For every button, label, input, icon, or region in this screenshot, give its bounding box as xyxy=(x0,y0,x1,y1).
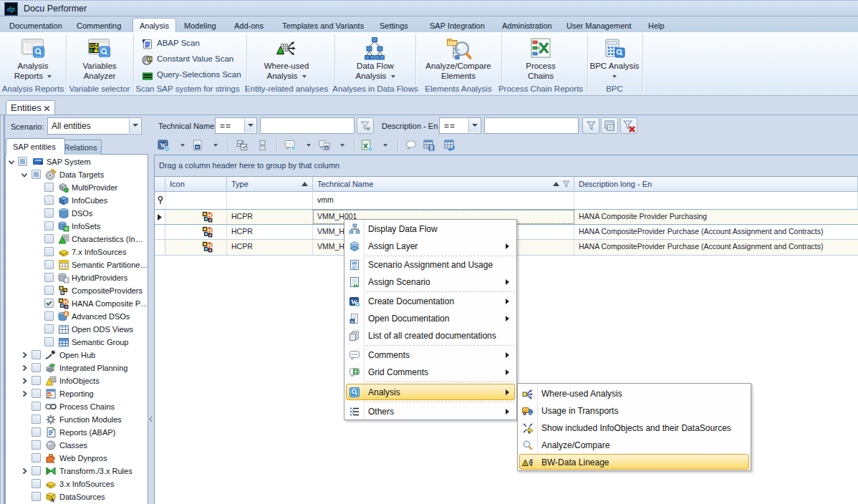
svg-text:w: w xyxy=(196,144,199,149)
svg-text:H: H xyxy=(207,242,211,249)
svg-text:H: H xyxy=(207,212,211,219)
svg-text:dp: dp xyxy=(7,6,15,13)
svg-text:w: w xyxy=(351,319,355,324)
svg-text:A: A xyxy=(64,311,69,317)
svg-text:H: H xyxy=(207,227,211,234)
svg-text:w: w xyxy=(325,145,328,150)
svg-text:1: 1 xyxy=(148,57,151,62)
svg-text:H: H xyxy=(63,299,67,306)
